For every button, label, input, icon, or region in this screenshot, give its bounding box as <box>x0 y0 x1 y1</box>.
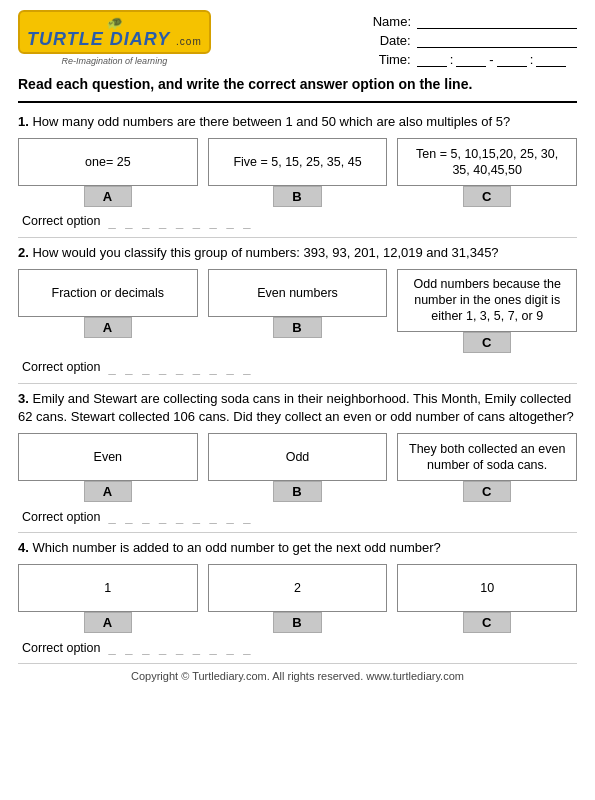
q3-option-c: They both collected an even number of so… <box>397 433 577 502</box>
q2-option-c-label: C <box>463 332 511 353</box>
q3-option-a: Even A <box>18 433 198 502</box>
q2-correct-dashes: _ _ _ _ _ _ _ _ _ <box>109 360 254 375</box>
date-row: Date: <box>373 33 577 48</box>
q3-option-a-box: Even <box>18 433 198 481</box>
q4-option-c-label: C <box>463 612 511 633</box>
q1-option-b-label: B <box>273 186 321 207</box>
footer: Copyright © Turtlediary.com. All rights … <box>18 663 577 682</box>
q2-option-c-box: Odd numbers because the number in the on… <box>397 269 577 332</box>
q1-correct-dashes: _ _ _ _ _ _ _ _ _ <box>109 214 254 229</box>
logo-main: TURTLE DIARY <box>27 29 170 49</box>
date-line <box>417 34 577 48</box>
q4-correct-row: Correct option _ _ _ _ _ _ _ _ _ <box>18 640 577 655</box>
q2-number: 2. <box>18 245 29 260</box>
q1-option-c-box: Ten = 5, 10,15,20, 25, 30, 35, 40,45,50 <box>397 138 577 186</box>
q2-option-a-box: Fraction or decimals <box>18 269 198 317</box>
q1-correct-label: Correct option <box>22 214 101 228</box>
turtle-icon: 🐢 <box>27 16 202 29</box>
q4-option-a-box: 1 <box>18 564 198 612</box>
q1-number: 1. <box>18 114 29 129</box>
name-line <box>417 15 577 29</box>
question-3-text: 3. Emily and Stewart are collecting soda… <box>18 390 577 426</box>
q2-option-b-label: B <box>273 317 321 338</box>
q1-option-a-box: one= 25 <box>18 138 198 186</box>
q3-correct-label: Correct option <box>22 510 101 524</box>
question-2-text: 2. How would you classify this group of … <box>18 244 577 262</box>
time-colon-1: : <box>450 52 454 67</box>
q3-option-c-label: C <box>463 481 511 502</box>
q3-option-b-box: Odd <box>208 433 388 481</box>
time-label: Time: <box>373 52 411 67</box>
divider-2 <box>18 383 577 384</box>
q1-body: How many odd numbers are there between 1… <box>32 114 510 129</box>
time-seg-3 <box>497 53 527 67</box>
q4-options-row: 1 A 2 B 10 C <box>18 564 577 633</box>
instruction: Read each question, and write the correc… <box>18 75 577 103</box>
q3-options-row: Even A Odd B They both collected an even… <box>18 433 577 502</box>
q2-correct-row: Correct option _ _ _ _ _ _ _ _ _ <box>18 360 577 375</box>
q1-option-c: Ten = 5, 10,15,20, 25, 30, 35, 40,45,50 … <box>397 138 577 207</box>
q3-option-c-box: They both collected an even number of so… <box>397 433 577 481</box>
q4-option-c: 10 C <box>397 564 577 633</box>
q3-option-b-label: B <box>273 481 321 502</box>
q4-option-b-box: 2 <box>208 564 388 612</box>
q2-option-a: Fraction or decimals A <box>18 269 198 353</box>
q3-correct-row: Correct option _ _ _ _ _ _ _ _ _ <box>18 509 577 524</box>
logo-area: 🐢 TURTLE DIARY .com Re-Imagination of le… <box>18 10 211 66</box>
divider-1 <box>18 237 577 238</box>
logo-com: .com <box>176 36 202 47</box>
q2-option-b-box: Even numbers <box>208 269 388 317</box>
q4-correct-label: Correct option <box>22 641 101 655</box>
question-1-text: 1. How many odd numbers are there betwee… <box>18 113 577 131</box>
q2-body: How would you classify this group of num… <box>32 245 498 260</box>
q1-option-b: Five = 5, 15, 25, 35, 45 B <box>208 138 388 207</box>
q4-option-b: 2 B <box>208 564 388 633</box>
q4-option-b-label: B <box>273 612 321 633</box>
time-dash: - <box>489 52 493 67</box>
q1-option-a: one= 25 A <box>18 138 198 207</box>
q3-number: 3. <box>18 391 29 406</box>
time-seg-2 <box>456 53 486 67</box>
time-colon-2: : <box>530 52 534 67</box>
q3-correct-dashes: _ _ _ _ _ _ _ _ _ <box>109 509 254 524</box>
page: 🐢 TURTLE DIARY .com Re-Imagination of le… <box>0 0 595 690</box>
header: 🐢 TURTLE DIARY .com Re-Imagination of le… <box>18 10 577 67</box>
q1-correct-row: Correct option _ _ _ _ _ _ _ _ _ <box>18 214 577 229</box>
q2-option-c: Odd numbers because the number in the on… <box>397 269 577 353</box>
q4-number: 4. <box>18 540 29 555</box>
q2-option-b: Even numbers B <box>208 269 388 353</box>
q1-options-row: one= 25 A Five = 5, 15, 25, 35, 45 B Ten… <box>18 138 577 207</box>
q2-options-row: Fraction or decimals A Even numbers B Od… <box>18 269 577 353</box>
q1-option-a-label: A <box>84 186 132 207</box>
q3-option-b: Odd B <box>208 433 388 502</box>
date-label: Date: <box>373 33 411 48</box>
question-4-text: 4. Which number is added to an odd numbe… <box>18 539 577 557</box>
q4-option-c-box: 10 <box>397 564 577 612</box>
question-1: 1. How many odd numbers are there betwee… <box>18 113 577 229</box>
time-seg-4 <box>536 53 566 67</box>
questions-container: 1. How many odd numbers are there betwee… <box>18 113 577 656</box>
question-4: 4. Which number is added to an odd numbe… <box>18 539 577 655</box>
name-label: Name: <box>373 14 411 29</box>
q2-correct-label: Correct option <box>22 360 101 374</box>
q4-body: Which number is added to an odd number t… <box>32 540 440 555</box>
time-fields: : - : <box>417 52 567 67</box>
q4-correct-dashes: _ _ _ _ _ _ _ _ _ <box>109 640 254 655</box>
logo-box: 🐢 TURTLE DIARY .com <box>18 10 211 54</box>
name-row: Name: <box>373 14 577 29</box>
time-seg-1 <box>417 53 447 67</box>
question-3: 3. Emily and Stewart are collecting soda… <box>18 390 577 524</box>
q4-option-a: 1 A <box>18 564 198 633</box>
q1-option-c-label: C <box>463 186 511 207</box>
time-row: Time: : - : <box>373 52 577 67</box>
logo-tagline: Re-Imagination of learning <box>62 56 168 66</box>
q3-option-a-label: A <box>84 481 132 502</box>
question-2: 2. How would you classify this group of … <box>18 244 577 375</box>
q2-option-a-label: A <box>84 317 132 338</box>
q1-option-b-box: Five = 5, 15, 25, 35, 45 <box>208 138 388 186</box>
divider-3 <box>18 532 577 533</box>
q3-body: Emily and Stewart are collecting soda ca… <box>18 391 574 424</box>
name-date-time: Name: Date: Time: : - : <box>373 14 577 67</box>
q4-option-a-label: A <box>84 612 132 633</box>
